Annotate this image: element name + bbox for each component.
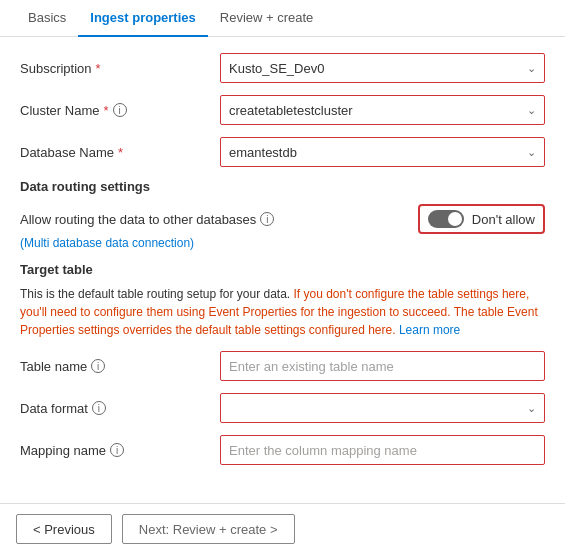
tabs-bar: Basics Ingest properties Review + create [0,0,565,37]
routing-info-icon[interactable]: i [260,212,274,226]
subscription-required: * [96,61,101,76]
routing-control: Don't allow [418,204,545,234]
table-name-input[interactable] [220,351,545,381]
table-name-info-icon[interactable]: i [91,359,105,373]
toggle-label: Don't allow [472,212,535,227]
cluster-name-label: Cluster Name * i [20,103,220,118]
cluster-name-value: createtabletestcluster [229,103,353,118]
previous-button[interactable]: < Previous [16,514,112,544]
page-wrapper: Basics Ingest properties Review + create… [0,0,565,554]
cluster-info-icon[interactable]: i [113,103,127,117]
database-required: * [118,145,123,160]
mapping-name-info-icon[interactable]: i [110,443,124,457]
tab-basics[interactable]: Basics [16,0,78,37]
toggle-knob [448,212,462,226]
data-format-row: Data format i ⌄ [20,393,545,423]
database-name-select[interactable]: emantestdb ⌄ [220,137,545,167]
subscription-value: Kusto_SE_Dev0 [229,61,324,76]
data-routing-heading: Data routing settings [20,179,545,194]
data-format-info-icon[interactable]: i [92,401,106,415]
mapping-name-row: Mapping name i [20,435,545,465]
database-name-row: Database Name * emantestdb ⌄ [20,137,545,167]
data-format-chevron-icon: ⌄ [527,402,536,415]
cluster-chevron-icon: ⌄ [527,104,536,117]
mapping-name-label: Mapping name i [20,443,220,458]
cluster-name-row: Cluster Name * i createtabletestcluster … [20,95,545,125]
next-button[interactable]: Next: Review + create > [122,514,295,544]
database-name-value: emantestdb [229,145,297,160]
tab-ingest[interactable]: Ingest properties [78,0,207,37]
target-table-heading: Target table [20,262,545,277]
data-format-label: Data format i [20,401,220,416]
database-name-label: Database Name * [20,145,220,160]
routing-row: Allow routing the data to other database… [20,204,545,234]
multi-db-note: (Multi database data connection) [20,236,545,250]
subscription-label: Subscription * [20,61,220,76]
cluster-name-select[interactable]: createtabletestcluster ⌄ [220,95,545,125]
tab-review[interactable]: Review + create [208,0,326,37]
mapping-name-input[interactable] [220,435,545,465]
info-text: This is the default table routing setup … [20,285,545,339]
subscription-row: Subscription * Kusto_SE_Dev0 ⌄ [20,53,545,83]
table-name-label: Table name i [20,359,220,374]
main-content: Subscription * Kusto_SE_Dev0 ⌄ Cluster N… [0,37,565,503]
subscription-chevron-icon: ⌄ [527,62,536,75]
database-chevron-icon: ⌄ [527,146,536,159]
learn-more-link[interactable]: Learn more [396,323,461,337]
routing-toggle[interactable] [428,210,464,228]
data-format-select[interactable]: ⌄ [220,393,545,423]
routing-label: Allow routing the data to other database… [20,212,418,227]
subscription-select[interactable]: Kusto_SE_Dev0 ⌄ [220,53,545,83]
info-text-normal: This is the default table routing setup … [20,287,290,301]
table-name-row: Table name i [20,351,545,381]
cluster-required: * [103,103,108,118]
footer: < Previous Next: Review + create > [0,503,565,554]
